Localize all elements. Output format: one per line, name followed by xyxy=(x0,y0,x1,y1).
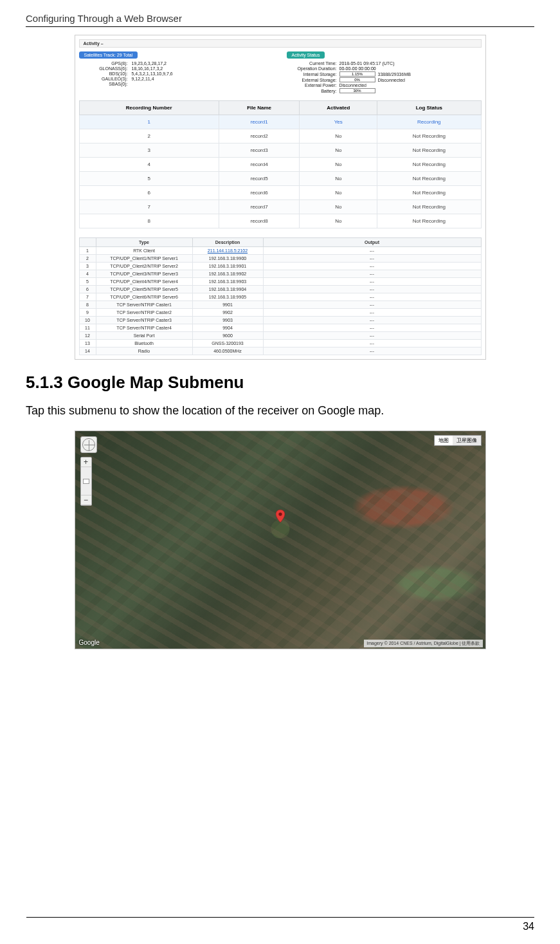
table-cell: --- xyxy=(263,324,481,332)
sat-val: 19,23,6,3,28,17,2 xyxy=(132,61,167,66)
table-cell: --- xyxy=(263,301,481,309)
table-cell: Serial Port xyxy=(96,332,192,340)
table-cell: RTK Client xyxy=(96,247,192,255)
map-zoom-control[interactable]: + − xyxy=(80,457,92,506)
sat-label: SBAS(0): xyxy=(98,82,128,86)
table-cell: 192.168.3.18:9901 xyxy=(192,263,263,270)
table-cell: 6 xyxy=(79,186,219,200)
table-cell: Not Recording xyxy=(377,158,481,172)
zoom-in-icon[interactable]: + xyxy=(81,458,91,467)
map-pan-control[interactable] xyxy=(80,436,97,453)
table-cell: TCP/UDP_Client6/NTRIP Server6 xyxy=(96,293,192,301)
table-cell: 9 xyxy=(79,309,96,317)
sat-val: 5,4,3,2,1,13,10,9,7,6 xyxy=(132,71,173,76)
table-cell: TCP/UDP_Client1/NTRIP Server1 xyxy=(96,255,192,263)
rec-th-stat: Log Status xyxy=(377,101,481,115)
table-row: 8record8NoNot Recording xyxy=(79,214,481,228)
table-row: 13BluetoothGNSS-3200193--- xyxy=(79,340,481,347)
table-cell: Bluetooth xyxy=(96,340,192,347)
int-storage-label: Internal Storage: xyxy=(293,72,337,77)
table-cell: record1 xyxy=(219,115,300,129)
table-cell: 9904 xyxy=(192,324,263,332)
table-cell: Not Recording xyxy=(377,200,481,214)
table-cell: record7 xyxy=(219,200,300,214)
table-cell: No xyxy=(300,200,377,214)
rec-th-num: Recording Number xyxy=(79,101,219,115)
map-type-toggle[interactable]: 地图 卫星图像 xyxy=(434,435,482,446)
table-cell: --- xyxy=(263,278,481,286)
zoom-slider[interactable] xyxy=(81,467,91,495)
table-cell: 2 xyxy=(79,129,219,143)
sat-label: GALILEO(3): xyxy=(98,77,128,81)
table-row: 3TCP/UDP_Client2/NTRIP Server2192.168.3.… xyxy=(79,263,481,270)
table-cell: No xyxy=(300,186,377,200)
table-cell: No xyxy=(300,172,377,186)
activity-screenshot: Activity – Satellites Track: 29 Total GP… xyxy=(75,35,486,360)
table-cell: 13 xyxy=(79,340,96,347)
table-cell: 12 xyxy=(79,332,96,340)
table-cell: --- xyxy=(263,309,481,317)
table-cell: 4 xyxy=(79,158,219,172)
table-row: 6record6NoNot Recording xyxy=(79,186,481,200)
table-row: 9TCP Server/NTRIP Caster29902--- xyxy=(79,309,481,317)
table-row: 1RTK Client211.144.118.5:2102--- xyxy=(79,247,481,255)
table-cell: record6 xyxy=(219,186,300,200)
table-row: 5record5NoNot Recording xyxy=(79,172,481,186)
sat-lines: GPS(8):19,23,6,3,28,17,2 GLONASS(6):18,1… xyxy=(98,61,274,86)
table-row: 3record3NoNot Recording xyxy=(79,143,481,158)
table-cell: 192.168.3.18:9904 xyxy=(192,286,263,293)
table-cell: 9903 xyxy=(192,317,263,324)
table-cell: TCP/UDP_Client2/NTRIP Server2 xyxy=(96,263,192,270)
table-row: 2record2NoNot Recording xyxy=(79,129,481,143)
table-cell: TCP Server/NTRIP Caster1 xyxy=(96,301,192,309)
table-cell: --- xyxy=(263,255,481,263)
page-number: 34 xyxy=(523,921,534,932)
table-cell: Not Recording xyxy=(377,214,481,228)
top-panels: Satellites Track: 29 Total GPS(8):19,23,… xyxy=(79,51,482,94)
table-cell: 4 xyxy=(79,270,96,278)
table-cell: Recording xyxy=(377,115,481,129)
table-cell: 1 xyxy=(79,247,96,255)
table-cell: 8 xyxy=(79,301,96,309)
table-cell: Not Recording xyxy=(377,172,481,186)
satellites-badge: Satellites Track: 29 Total xyxy=(79,51,138,59)
table-cell: --- xyxy=(263,340,481,347)
table-row: 2TCP/UDP_Client1/NTRIP Server1192.168.3.… xyxy=(79,255,481,263)
int-storage-bar: 1.15% xyxy=(339,71,375,77)
compass-icon xyxy=(82,438,95,451)
table-row: 7record7NoNot Recording xyxy=(79,200,481,214)
zoom-out-icon[interactable]: − xyxy=(81,495,91,505)
table-cell: 1 xyxy=(79,115,219,129)
section-body: Tap this submenu to show the location of… xyxy=(26,404,534,418)
map-attribution: Imagery © 2014 CNES / Astrium, DigitalGl… xyxy=(364,640,482,647)
table-row: 10TCP Server/NTRIP Caster39903--- xyxy=(79,317,481,324)
io-th-type: Type xyxy=(96,238,192,247)
map-type-map[interactable]: 地图 xyxy=(435,436,453,445)
status-badge: Activity Status xyxy=(287,51,325,59)
io-th-desc: Description xyxy=(192,238,263,247)
table-cell: 460.0500MHz xyxy=(192,347,263,355)
table-cell: GNSS-3200193 xyxy=(192,340,263,347)
table-cell: 14 xyxy=(79,347,96,355)
table-cell: 9901 xyxy=(192,301,263,309)
table-cell: TCP Server/NTRIP Caster4 xyxy=(96,324,192,332)
table-cell: No xyxy=(300,158,377,172)
page-header: Configuring Through a Web Browser xyxy=(26,13,534,27)
table-cell: TCP/UDP_Client3/NTRIP Server3 xyxy=(96,270,192,278)
table-cell: 6 xyxy=(79,286,96,293)
sat-val: 9,12,2,11,4 xyxy=(132,77,154,81)
table-cell: TCP/UDP_Client4/NTRIP Server4 xyxy=(96,278,192,286)
table-cell: --- xyxy=(263,347,481,355)
ext-storage-label: External Storage: xyxy=(293,78,337,82)
table-row: 11TCP Server/NTRIP Caster49904--- xyxy=(79,324,481,332)
map-type-satellite[interactable]: 卫星图像 xyxy=(453,436,481,445)
table-cell: Yes xyxy=(300,115,377,129)
svg-point-0 xyxy=(278,512,282,515)
table-cell: 2 xyxy=(79,255,96,263)
table-cell: 192.168.3.18:9902 xyxy=(192,270,263,278)
section-heading: 5.1.3 Google Map Submenu xyxy=(26,373,534,393)
table-cell: 10 xyxy=(79,317,96,324)
table-cell: 211.144.118.5:2102 xyxy=(192,247,263,255)
table-cell: Not Recording xyxy=(377,186,481,200)
int-storage-note: 33888/29336MB xyxy=(378,72,411,77)
